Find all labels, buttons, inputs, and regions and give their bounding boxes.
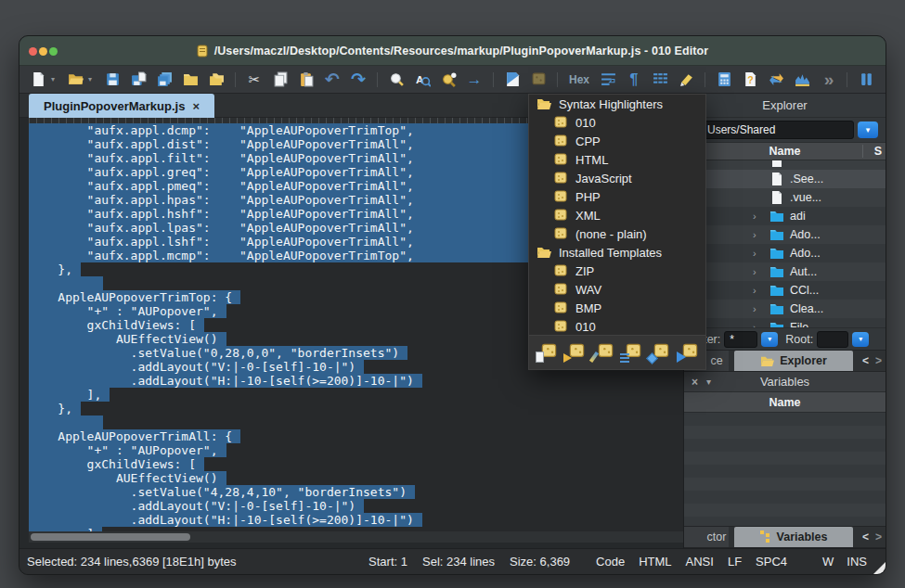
path-dropdown-button[interactable]: ▾ <box>858 121 878 138</box>
find-button[interactable] <box>387 70 406 89</box>
edit-script-button[interactable] <box>529 70 548 89</box>
template-options-icon[interactable] <box>620 342 642 363</box>
menu-item[interactable]: ZIP <box>529 262 705 280</box>
file-row[interactable]: › CCl... <box>684 281 886 300</box>
calculator-button[interactable] <box>715 70 733 89</box>
expand-chevron-icon[interactable]: › <box>753 285 764 296</box>
charset-toggle[interactable]: ANSI <box>686 555 714 569</box>
hex-mode-button[interactable]: Hex <box>567 70 591 89</box>
histogram-button[interactable] <box>793 70 811 89</box>
redo-button[interactable]: ↷ <box>349 70 368 89</box>
save-all-button[interactable] <box>155 70 174 89</box>
tabs-next-arrow[interactable]: > <box>875 530 882 543</box>
open-file-caret[interactable]: ▾ <box>88 75 96 83</box>
menu-item[interactable]: Syntax Highlighters <box>529 95 705 113</box>
code-line[interactable]: AUEffectView() <box>29 471 685 485</box>
file-row[interactable]: › Aut... <box>684 262 886 281</box>
variables-menu-caret-icon[interactable]: ▾ <box>706 377 711 387</box>
expand-chevron-icon[interactable]: › <box>753 248 764 259</box>
expand-chevron-icon[interactable]: › <box>753 303 764 314</box>
spacing-toggle[interactable]: SPC4 <box>756 555 787 569</box>
tabs-prev-arrow[interactable]: < <box>862 354 869 367</box>
menu-item[interactable]: 010 <box>529 113 705 132</box>
scrollbar-thumb[interactable] <box>31 533 190 541</box>
code-line[interactable]: .addLayout("V:|-0-[self]-10-|") <box>29 499 685 513</box>
open-file-button[interactable] <box>66 70 84 89</box>
open-template-icon[interactable] <box>563 342 586 363</box>
name-column-header[interactable]: Name <box>684 145 886 158</box>
filter-input[interactable]: * <box>724 331 757 348</box>
cut-button[interactable]: ✂ <box>245 70 264 89</box>
find-in-files-button[interactable] <box>439 70 458 89</box>
undo-button[interactable]: ↶ <box>323 70 342 89</box>
root-input[interactable] <box>817 331 848 348</box>
new-file-caret[interactable]: ▾ <box>51 75 58 83</box>
menu-item[interactable]: (none - plain) <box>529 224 705 243</box>
menu-item[interactable]: WAV <box>529 280 705 299</box>
variables-close-icon[interactable]: × <box>692 376 698 389</box>
code-line[interactable]: AppleAUPopoverTrimAll: { <box>29 429 685 443</box>
edit-template-icon[interactable] <box>592 342 614 363</box>
expand-chevron-icon[interactable]: › <box>753 266 764 277</box>
insert-mode-toggle[interactable]: INS <box>847 555 867 569</box>
code-line[interactable]: }, <box>29 402 685 415</box>
run-template-button[interactable] <box>503 70 522 89</box>
file-row[interactable]: .vue... <box>684 188 886 207</box>
replace-button[interactable]: A <box>413 70 432 89</box>
column-divider[interactable] <box>862 145 863 158</box>
root-dropdown-button[interactable]: ▾ <box>852 332 869 347</box>
copy-button[interactable] <box>271 70 290 89</box>
toolbar-overflow-button[interactable]: » <box>819 70 837 89</box>
file-row[interactable]: › adi <box>684 207 886 225</box>
menu-item[interactable]: JavaScript <box>529 169 705 187</box>
show-whitespace-button[interactable]: ¶ <box>625 70 643 89</box>
expand-chevron-icon[interactable]: › <box>753 322 764 327</box>
code-line[interactable] <box>29 415 685 429</box>
column-mode-button[interactable] <box>651 70 669 89</box>
filter-dropdown-button[interactable]: ▾ <box>761 332 778 347</box>
menu-item[interactable]: BMP <box>529 299 705 317</box>
paste-button[interactable] <box>297 70 316 89</box>
file-row[interactable]: › Ado... <box>684 225 886 244</box>
new-file-button[interactable] <box>29 70 47 89</box>
tab-close-icon[interactable]: × <box>192 99 200 113</box>
tabs-prev-arrow[interactable]: < <box>862 530 869 543</box>
explorer-column-headers[interactable]: Name S <box>684 142 886 160</box>
open-folders-button[interactable] <box>207 70 226 89</box>
tab-pluginpopovermarkup[interactable]: PluginPopoverMarkup.js × <box>29 94 214 118</box>
menu-item[interactable]: XML <box>529 206 705 224</box>
code-line[interactable]: .setValue("4,28,4,10", "borderInsets") <box>29 485 685 499</box>
code-line[interactable]: gxChildViews: [ <box>29 457 685 471</box>
menu-item[interactable]: 010 <box>529 317 705 336</box>
tab-explorer[interactable]: Explorer <box>734 351 853 371</box>
code-mode-toggle[interactable]: Code <box>596 555 625 569</box>
file-row[interactable]: .See... <box>684 170 886 188</box>
word-wrap-button[interactable] <box>599 70 617 89</box>
save-as-button[interactable] <box>129 70 148 89</box>
highlight-button[interactable] <box>677 70 695 89</box>
build-template-icon[interactable] <box>648 342 670 363</box>
linefeed-toggle[interactable]: LF <box>728 555 742 569</box>
variables-list[interactable] <box>684 413 886 526</box>
menu-item[interactable]: PHP <box>529 187 705 206</box>
tabs-next-arrow[interactable]: > <box>875 354 882 367</box>
expand-chevron-icon[interactable]: › <box>753 211 764 222</box>
variables-name-column-header[interactable]: Name <box>684 392 886 413</box>
wrap-toggle[interactable]: W <box>822 555 834 569</box>
goto-button[interactable]: → <box>465 70 484 89</box>
new-folder-button[interactable] <box>181 70 200 89</box>
path-input[interactable]: Users/Shared <box>686 121 854 139</box>
resize-grip[interactable] <box>873 562 886 574</box>
file-tree[interactable]: .See... .vue... › adi <box>684 160 886 327</box>
menu-item[interactable]: Installed Templates <box>529 243 705 262</box>
convert-button[interactable] <box>767 70 785 89</box>
size-column-header[interactable]: S <box>874 145 882 158</box>
file-row[interactable]: › Ado... <box>684 244 886 262</box>
horizontal-scrollbar[interactable] <box>29 531 685 543</box>
code-line[interactable]: .addLayout("H:|-10-[self(>=200)]-10-|") <box>29 513 685 527</box>
code-line[interactable]: .addLayout("H:|-10-[self(>=200)]-10-|") <box>29 374 685 388</box>
file-row[interactable] <box>684 160 886 170</box>
code-line[interactable]: "+" : "AUPopover", <box>29 443 685 457</box>
check-file-button[interactable]: ? <box>741 70 759 89</box>
file-row[interactable]: › File <box>684 318 886 327</box>
